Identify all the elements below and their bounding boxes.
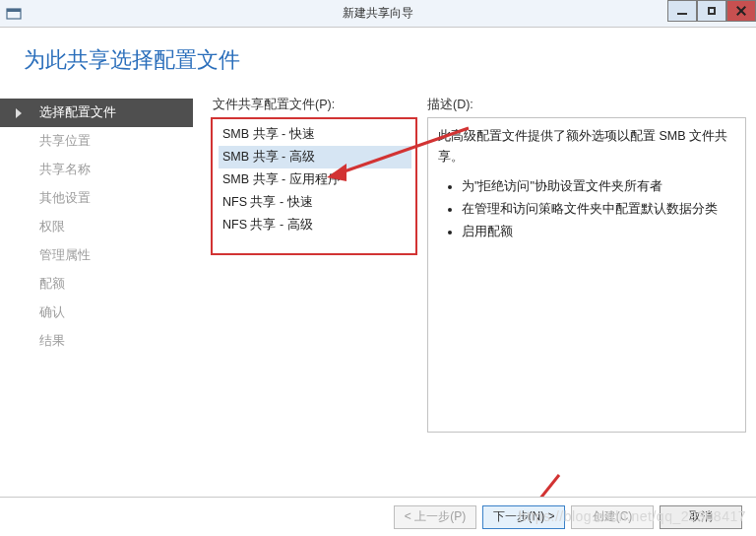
cancel-button[interactable]: 取消 [660,505,742,529]
step-mgmt-properties: 管理属性 [0,241,193,270]
window-title: 新建共享向导 [0,5,756,22]
create-button: 创建(C) [571,505,654,529]
step-confirm: 确认 [0,299,193,327]
step-quota: 配额 [0,270,193,299]
window-titlebar: 新建共享向导 [0,0,756,28]
step-share-name: 共享名称 [0,156,193,184]
page-title: 为此共享选择配置文件 [24,45,756,75]
profiles-label: 文件共享配置文件(P): [211,97,417,113]
wizard-steps-sidebar: 选择配置文件 共享位置 共享名称 其他设置 权限 管理属性 配额 确认 结果 [0,93,193,516]
maximize-button[interactable] [697,0,726,22]
wizard-footer: < 上一步(P) 下一步(N) > 创建(C) 取消 [0,497,756,536]
profiles-listbox[interactable]: SMB 共享 - 快速 SMB 共享 - 高级 SMB 共享 - 应用程序 NF… [211,117,417,255]
next-button[interactable]: 下一步(N) > [482,505,565,529]
minimize-button[interactable] [667,0,697,22]
window-controls [667,0,756,22]
wizard-header: 为此共享选择配置文件 [0,28,756,93]
profile-smb-quick[interactable]: SMB 共享 - 快速 [219,123,411,146]
profile-smb-app[interactable]: SMB 共享 - 应用程序 [219,168,411,191]
bullet-enable-quota: 启用配额 [462,222,735,242]
step-permissions: 权限 [0,213,193,241]
prev-button: < 上一步(P) [394,505,476,529]
wizard-body: 选择配置文件 共享位置 共享名称 其他设置 权限 管理属性 配额 确认 结果 文… [0,93,756,516]
step-share-location: 共享位置 [0,127,193,156]
step-results: 结果 [0,327,193,356]
profiles-column: 文件共享配置文件(P): SMB 共享 - 快速 SMB 共享 - 高级 SMB… [211,97,417,516]
description-box: 此高级配置文件提供了额外选项以配置 SMB 文件共享。 为"拒绝访问"协助设置文… [427,117,746,433]
app-icon [6,7,22,21]
profile-nfs-advanced[interactable]: NFS 共享 - 高级 [219,214,411,236]
profile-nfs-quick[interactable]: NFS 共享 - 快速 [219,191,411,214]
close-button[interactable] [726,0,756,22]
step-select-profile[interactable]: 选择配置文件 [0,99,193,127]
description-intro: 此高级配置文件提供了额外选项以配置 SMB 文件共享。 [438,126,735,168]
description-label: 描述(D): [427,97,746,113]
bullet-classification: 在管理和访问策略文件夹中配置默认数据分类 [462,199,735,220]
profile-smb-advanced[interactable]: SMB 共享 - 高级 [219,146,411,168]
svg-rect-1 [7,9,21,12]
step-other-settings: 其他设置 [0,184,193,213]
wizard-content: 文件共享配置文件(P): SMB 共享 - 快速 SMB 共享 - 高级 SMB… [193,93,746,516]
description-bullets: 为"拒绝访问"协助设置文件夹所有者 在管理和访问策略文件夹中配置默认数据分类 启… [438,176,735,243]
bullet-deny-assist: 为"拒绝访问"协助设置文件夹所有者 [462,176,735,197]
description-column: 描述(D): 此高级配置文件提供了额外选项以配置 SMB 文件共享。 为"拒绝访… [427,97,746,516]
